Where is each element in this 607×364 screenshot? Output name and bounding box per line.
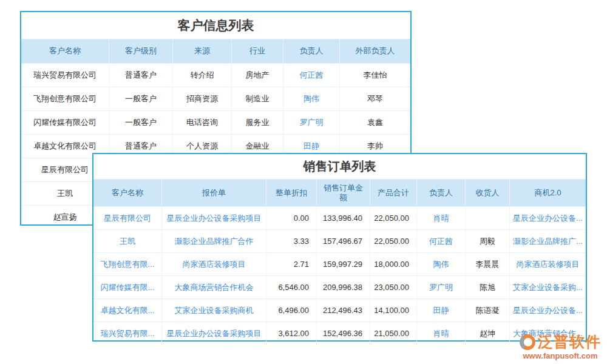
header-customer-name: 客户名称 <box>93 180 162 206</box>
cell-quotation-link[interactable]: 尚家酒店装修项目 <box>162 253 266 275</box>
cell-opportunity-link[interactable]: 星辰企业办公设备... <box>510 207 586 229</box>
page: 客户信息列表 客户名称 客户级别 来源 行业 负责人 外部负责人 瑞兴贸易有限公… <box>0 0 607 364</box>
cell-order-amount: 152,496.36 <box>317 322 370 345</box>
cell-customer-name-link[interactable]: 王凯 <box>93 230 162 252</box>
cell-source: 招商资源 <box>173 87 232 110</box>
cell-opportunity-link[interactable]: 灏影企业品牌推广... <box>510 230 586 252</box>
cell-customer-name-link[interactable]: 飞翔创意有限... <box>93 253 162 275</box>
header-owner: 负责人 <box>417 180 466 206</box>
cell-external-owner: 邓琴 <box>340 87 410 110</box>
fanpu-logo-icon <box>520 334 535 350</box>
cell-discount: 6,546.00 <box>266 276 317 298</box>
table-row: 飞翔创意有限公司 一般客户 招商资源 制造业 陶伟 邓琴 <box>21 87 410 110</box>
cell-customer-name-link[interactable]: 星辰有限公司 <box>93 207 162 229</box>
table-row: 星辰有限公司 星辰企业办公设备采购项目 0.00 133,996.40 22,0… <box>93 206 586 229</box>
table-row: 卓越文化有限... 艾家企业设备采购商机 6,496.00 212,496.43… <box>93 298 586 322</box>
cell-customer-name-link[interactable]: 闪耀传媒有限... <box>93 276 162 298</box>
cell-industry: 制造业 <box>232 87 283 110</box>
cell-consignee: 赵坤 <box>466 322 510 345</box>
cell-owner-link[interactable]: 何正茜 <box>283 64 340 87</box>
cell-customer-name: 瑞兴贸易有限公司 <box>21 64 109 87</box>
cell-product-total: 22,050.00 <box>370 230 417 252</box>
customer-table-title: 客户信息列表 <box>21 12 410 39</box>
cell-product-total: 14,100.00 <box>370 299 417 322</box>
cell-opportunity-link[interactable]: 艾家企业设备采购... <box>510 276 586 298</box>
cell-external-owner: 李佳怡 <box>340 64 410 87</box>
cell-owner-link[interactable]: 陶伟 <box>417 253 466 275</box>
cell-customer-name: 飞翔创意有限公司 <box>21 87 109 110</box>
cell-customer-name: 闪耀传媒有限公司 <box>21 111 109 134</box>
sales-order-table: 销售订单列表 客户名称 报价单 整单折扣 销售订单金额 产品合计 负责人 收货人… <box>92 153 587 342</box>
table-row: 瑞兴贸易有限公司 普通客户 转介绍 房地产 何正茜 李佳怡 <box>21 63 410 87</box>
customer-table-header-row: 客户名称 客户级别 来源 行业 负责人 外部负责人 <box>21 39 410 63</box>
brand-url: www.fanpusoft.com <box>520 351 601 360</box>
header-consignee: 收货人 <box>466 180 510 206</box>
cell-product-total: 18,000.00 <box>370 253 417 275</box>
cell-consignee: 陈语凝 <box>466 299 510 322</box>
cell-discount: 0.00 <box>266 207 317 229</box>
header-product-total: 产品合计 <box>370 180 417 206</box>
table-row: 瑞兴贸易有限... 星辰企业办公设备采购项目 3,612.00 152,496.… <box>93 322 586 345</box>
cell-customer-level: 一般客户 <box>109 111 173 134</box>
cell-quotation-link[interactable]: 星辰企业办公设备采购项目 <box>162 207 266 229</box>
cell-customer-level: 普通客户 <box>109 64 173 87</box>
cell-owner-link[interactable]: 肖晴 <box>417 207 466 229</box>
cell-source: 转介绍 <box>173 64 232 87</box>
cell-product-total: 22,050.00 <box>370 207 417 229</box>
header-order-amount: 销售订单金额 <box>317 180 370 206</box>
header-discount: 整单折扣 <box>266 180 317 206</box>
cell-consignee: 周毅 <box>466 230 510 252</box>
cell-discount: 6,496.00 <box>266 299 317 322</box>
cell-order-amount: 212,496.43 <box>317 299 370 322</box>
header-quotation: 报价单 <box>162 180 266 206</box>
cell-source: 电话咨询 <box>173 111 232 134</box>
fanpu-logo-row: 泛普软件 <box>520 332 601 352</box>
sales-order-header-row: 客户名称 报价单 整单折扣 销售订单金额 产品合计 负责人 收货人 商机2.0 <box>93 179 586 206</box>
header-industry: 行业 <box>232 39 283 63</box>
cell-product-total: 21,050.00 <box>370 322 417 345</box>
table-row: 飞翔创意有限... 尚家酒店装修项目 2.71 159,997.29 18,00… <box>93 252 586 275</box>
cell-discount: 3.33 <box>266 230 317 252</box>
cell-quotation-link[interactable]: 灏影企业品牌推广合作 <box>162 230 266 252</box>
header-customer-name: 客户名称 <box>21 39 109 63</box>
cell-product-total: 23,050.00 <box>370 276 417 298</box>
cell-consignee <box>466 207 510 229</box>
cell-owner-link[interactable]: 田静 <box>417 299 466 322</box>
cell-consignee: 陈旭 <box>466 276 510 298</box>
sales-order-table-title: 销售订单列表 <box>93 154 586 179</box>
cell-customer-level: 一般客户 <box>109 87 173 110</box>
header-owner: 负责人 <box>283 39 340 63</box>
table-row: 王凯 灏影企业品牌推广合作 3.33 157,496.67 22,050.00 … <box>93 229 586 252</box>
cell-quotation-link[interactable]: 艾家企业设备采购商机 <box>162 299 266 322</box>
header-opportunity: 商机2.0 <box>510 180 586 206</box>
cell-industry: 服务业 <box>232 111 283 134</box>
fanpu-logo: 泛普软件 www.fanpusoft.com <box>520 332 601 360</box>
cell-order-amount: 159,997.29 <box>317 253 370 275</box>
cell-external-owner: 袁鑫 <box>340 111 410 134</box>
header-source: 来源 <box>173 39 232 63</box>
cell-owner-link[interactable]: 陶伟 <box>283 87 340 110</box>
cell-opportunity-link[interactable]: 星辰企业办公设备... <box>510 299 586 322</box>
cell-quotation-link[interactable]: 星辰企业办公设备采购项目 <box>162 322 266 345</box>
brand-name: 泛普软件 <box>538 332 601 352</box>
cell-discount: 3,612.00 <box>266 322 317 345</box>
table-row: 闪耀传媒有限... 大象商场营销合作机会 6,546.00 209,996.38… <box>93 275 586 298</box>
header-customer-level: 客户级别 <box>109 39 173 63</box>
cell-order-amount: 157,496.67 <box>317 230 370 252</box>
cell-consignee: 李晨晨 <box>466 253 510 275</box>
header-external-owner: 外部负责人 <box>340 39 410 63</box>
table-row: 闪耀传媒有限公司 一般客户 电话咨询 服务业 罗广明 袁鑫 <box>21 110 410 134</box>
cell-owner-link[interactable]: 罗广明 <box>283 111 340 134</box>
cell-discount: 2.71 <box>266 253 317 275</box>
cell-order-amount: 133,996.40 <box>317 207 370 229</box>
cell-quotation-link[interactable]: 大象商场营销合作机会 <box>162 276 266 298</box>
cell-owner-link[interactable]: 罗广明 <box>417 276 466 298</box>
cell-owner-link[interactable]: 何正茜 <box>417 230 466 252</box>
cell-customer-name-link[interactable]: 瑞兴贸易有限... <box>93 322 162 345</box>
cell-customer-name-link[interactable]: 卓越文化有限... <box>93 299 162 322</box>
cell-order-amount: 209,996.38 <box>317 276 370 298</box>
cell-owner-link[interactable]: 肖晴 <box>417 322 466 345</box>
cell-opportunity-link[interactable]: 尚家酒店装修项目 <box>510 253 586 275</box>
cell-industry: 房地产 <box>232 64 283 87</box>
